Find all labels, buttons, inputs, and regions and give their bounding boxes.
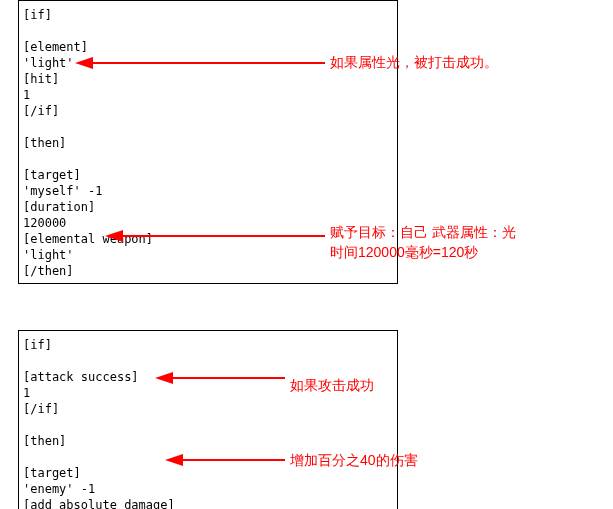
annotation-3: 如果攻击成功 — [290, 375, 374, 395]
annotation-2-line1: 赋予目标：自己 武器属性：光 — [330, 224, 516, 240]
code-text-2: [if] [attack success] 1 [/if] [then] [ta… — [23, 338, 175, 509]
annotation-4: 增加百分之40的伤害 — [290, 450, 418, 470]
code-block-2: [if] [attack success] 1 [/if] [then] [ta… — [18, 330, 398, 509]
annotation-2: 赋予目标：自己 武器属性：光 时间120000毫秒=120秒 — [330, 222, 516, 262]
annotation-2-line2: 时间120000毫秒=120秒 — [330, 244, 478, 260]
annotation-3-text: 如果攻击成功 — [290, 377, 374, 393]
annotation-1-text: 如果属性光，被打击成功。 — [330, 54, 498, 70]
code-text-1: [if] [element] 'light' [hit] 1 [/if] [th… — [23, 8, 153, 278]
annotation-4-text: 增加百分之40的伤害 — [290, 452, 418, 468]
annotation-1: 如果属性光，被打击成功。 — [330, 52, 498, 72]
